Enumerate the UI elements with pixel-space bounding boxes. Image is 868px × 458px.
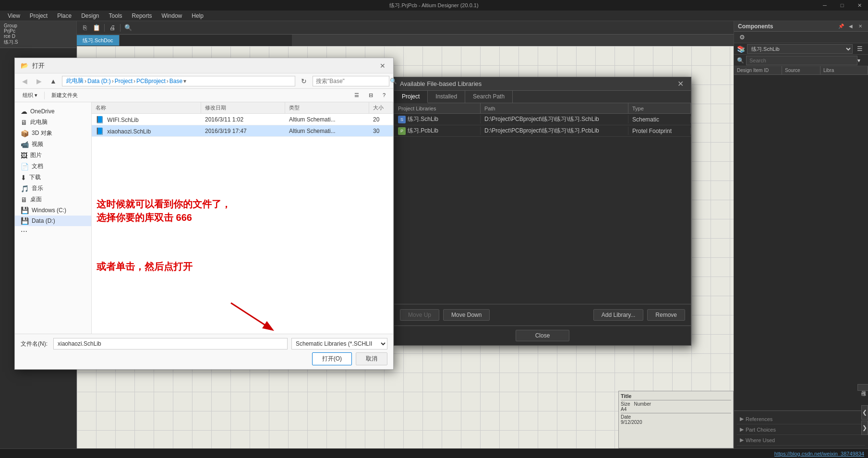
- col-size-header[interactable]: 大小: [369, 102, 393, 113]
- bc-sep3: ›: [133, 78, 135, 84]
- dialog-title-bar: 📂 打开 ✕: [15, 58, 393, 73]
- bc-sep1: ›: [84, 78, 86, 84]
- lib-col-name: Project Libraries: [394, 103, 481, 113]
- help-btn[interactable]: ?: [379, 91, 389, 99]
- cancel-btn[interactable]: 取消: [356, 352, 387, 365]
- lib-col-type: Type: [628, 103, 691, 113]
- tab-installed[interactable]: Installed: [428, 91, 465, 103]
- col-type-header[interactable]: 类型: [285, 102, 369, 113]
- back-btn[interactable]: ◀: [19, 75, 30, 87]
- dialog-close-btn[interactable]: ✕: [378, 61, 387, 71]
- toolbar-sep: [44, 92, 45, 99]
- available-libraries-dialog: Available File-based Libraries ✕ Project…: [394, 77, 691, 346]
- dialog-overlay: 📂 打开 ✕ ◀ ▶ ▲ 此电脑 › Data (D:) › Project ›…: [0, 0, 868, 458]
- sidebar-onedrive-label: OneDrive: [30, 108, 55, 115]
- lib-close-x-btn[interactable]: ✕: [675, 79, 685, 89]
- file-icon-1: 📘: [96, 127, 104, 135]
- dialog-body: ☁ OneDrive 🖥 此电脑 📦 3D 对象 📹 视频 🖼 图片: [15, 102, 393, 334]
- sidebar-more[interactable]: ⋯: [15, 226, 91, 237]
- video-icon: 📹: [21, 141, 29, 148]
- thispc-icon: 🖥: [21, 119, 27, 126]
- file-size-0: 20: [369, 116, 393, 123]
- file-row-0[interactable]: 📘 WIFI.SchLib 2016/3/11 1:02 Altium Sche…: [92, 114, 393, 125]
- move-up-btn[interactable]: Move Up: [400, 309, 439, 321]
- bc-home[interactable]: 此电脑: [66, 77, 84, 85]
- lib-row-0[interactable]: S 练习.SchLib D:\Project\PCBproject\练习\练习\…: [394, 114, 691, 125]
- lib-table: Project Libraries Path Type S 练习.SchLib …: [394, 103, 691, 304]
- dialog-title: 📂 打开: [21, 61, 45, 70]
- file-row-1[interactable]: 📘 xiaohaozi.SchLib 2016/3/19 17:47 Altiu…: [92, 125, 393, 137]
- dialog-title-text: 打开: [32, 61, 45, 70]
- sidebar-downloads-label: 下载: [29, 173, 41, 181]
- open-btn[interactable]: 打开(O): [312, 352, 352, 365]
- forward-btn[interactable]: ▶: [33, 75, 45, 87]
- organize-btn[interactable]: 组织 ▾: [19, 91, 41, 100]
- sidebar-video-label: 视频: [32, 140, 43, 148]
- lib-icon-0: S: [398, 116, 406, 123]
- remove-btn[interactable]: Remove: [647, 309, 685, 321]
- sidebar-desktop-label: 桌面: [30, 195, 42, 204]
- sidebar-downloads[interactable]: ⬇ 下载: [15, 172, 91, 183]
- search-input[interactable]: [316, 78, 388, 84]
- tab-search-path[interactable]: Search Path: [465, 91, 513, 103]
- lib-close-bottom: Close: [394, 325, 691, 345]
- sidebar-drive-c-label: Windows (C:): [32, 207, 66, 214]
- bc-pcbproject[interactable]: PCBproject: [136, 78, 166, 84]
- col-modified-header[interactable]: 修改日期: [201, 102, 285, 113]
- sidebar-pictures[interactable]: 🖼 图片: [15, 150, 91, 161]
- sidebar-music[interactable]: 🎵 音乐: [15, 183, 91, 194]
- lib-row-1[interactable]: P 练习.PcbLib D:\Project\PCBproject\练习\练习\…: [394, 125, 691, 137]
- lib-name-1: P 练习.PcbLib: [394, 127, 481, 135]
- view-details-btn[interactable]: ⊟: [365, 91, 377, 99]
- col-name-header[interactable]: 名称: [92, 102, 201, 113]
- up-btn[interactable]: ▲: [48, 75, 59, 87]
- close-bottom-btn[interactable]: Close: [516, 330, 570, 341]
- sidebar-drive-c[interactable]: 💾 Windows (C:): [15, 205, 91, 216]
- move-down-btn[interactable]: Move Down: [443, 309, 490, 321]
- sidebar-drive-d[interactable]: 💾 Data (D:): [15, 216, 91, 226]
- sidebar-3dobj-label: 3D 对象: [32, 129, 52, 137]
- address-bar: ◀ ▶ ▲ 此电脑 › Data (D:) › Project › PCBpro…: [15, 73, 393, 89]
- file-name-1: 📘 xiaohaozi.SchLib: [92, 127, 201, 135]
- sidebar-pictures-label: 图片: [30, 151, 42, 159]
- lib-bottom: Move Up Move Down Add Library... Remove: [394, 304, 691, 325]
- file-icon-0: 📘: [96, 116, 104, 123]
- bc-drive[interactable]: Data (D:): [87, 78, 111, 84]
- add-library-btn[interactable]: Add Library...: [593, 309, 643, 321]
- 3dobj-icon: 📦: [21, 130, 29, 137]
- sidebar-onedrive[interactable]: ☁ OneDrive: [15, 106, 91, 117]
- file-name-0: 📘 WIFI.SchLib: [92, 116, 201, 123]
- new-folder-btn[interactable]: 新建文件夹: [48, 91, 82, 100]
- lib-table-header: Project Libraries Path Type: [394, 103, 691, 114]
- sidebar-desktop[interactable]: 🖥 桌面: [15, 194, 91, 205]
- file-modified-1: 2016/3/19 17:47: [201, 128, 285, 134]
- onedrive-icon: ☁: [21, 108, 27, 115]
- downloads-icon: ⬇: [21, 174, 26, 181]
- dialog-bottom: 文件名(N): Schematic Libraries (*.SCHLII 打开…: [15, 334, 393, 369]
- view-list-btn[interactable]: ☰: [350, 91, 363, 99]
- bc-base[interactable]: Base: [169, 78, 182, 84]
- filename-input[interactable]: [53, 338, 288, 350]
- sidebar-docs[interactable]: 📄 文档: [15, 161, 91, 172]
- sidebar-docs-label: 文档: [32, 162, 43, 170]
- view-controls: ☰ ⊟ ?: [350, 91, 389, 99]
- refresh-btn[interactable]: ↻: [298, 75, 310, 87]
- bc-sep4: ›: [167, 78, 169, 84]
- lib-icon-1: P: [398, 127, 406, 135]
- lib-name-0: S 练习.SchLib: [394, 115, 481, 123]
- file-size-1: 30: [369, 128, 393, 134]
- tab-project[interactable]: Project: [394, 91, 428, 103]
- lib-dialog-title: Available File-based Libraries ✕: [394, 77, 691, 91]
- sidebar-thispc[interactable]: 🖥 此电脑: [15, 117, 91, 128]
- desktop-icon: 🖥: [21, 196, 27, 204]
- dialog-folder-icon: 📂: [21, 62, 28, 69]
- bc-project[interactable]: Project: [115, 78, 133, 84]
- sidebar-video[interactable]: 📹 视频: [15, 139, 91, 150]
- sidebar-3dobj[interactable]: 📦 3D 对象: [15, 128, 91, 139]
- filetype-select[interactable]: Schematic Libraries (*.SCHLII: [291, 338, 387, 350]
- lib-col-path: Path: [481, 103, 628, 113]
- search-box: 🔍: [313, 76, 389, 86]
- filename-row: 文件名(N): Schematic Libraries (*.SCHLII: [21, 338, 387, 350]
- file-toolbar: 组织 ▾ 新建文件夹 ☰ ⊟ ?: [15, 89, 393, 102]
- lib-path-1: D:\Project\PCBproject\练习\练习\练习.PcbLib: [481, 127, 628, 135]
